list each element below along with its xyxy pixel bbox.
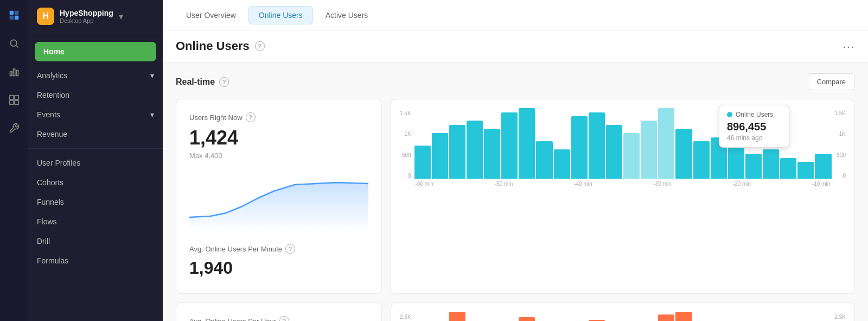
sidebar-item-cohorts[interactable]: Cohorts <box>28 173 163 192</box>
bar-segment <box>693 141 710 179</box>
sidebar-item-label: Events <box>37 110 60 119</box>
chart-tooltip: Online Users 896,455 46 mins ago <box>719 105 789 148</box>
x-label-40: -40 min <box>574 181 592 187</box>
bar-segment <box>728 146 744 179</box>
sidebar: H HypeShopping Desktop App ▾ Home Analyt… <box>28 0 163 321</box>
svg-rect-6 <box>10 72 12 76</box>
chevron-down-icon: ▾ <box>119 11 123 22</box>
sidebar-item-user-profiles[interactable]: User Profiles <box>28 153 163 173</box>
chart-card-top: Online Users 896,455 46 mins ago 1.5K 1K… <box>391 99 855 294</box>
tooltip-value: 896,455 <box>727 121 781 133</box>
wrench-icon[interactable] <box>5 119 23 137</box>
bar-segment-bottom <box>675 312 692 321</box>
bar-segment <box>763 149 779 179</box>
bar-segment <box>501 112 518 179</box>
x-label-60: -60 min <box>416 181 433 187</box>
sidebar-item-analytics[interactable]: Analytics ▾ <box>28 66 163 85</box>
app-icon: H <box>37 8 54 25</box>
chart-card-bottom: 2.5K 2K 1.5K 1K 2.5K 2K 1.5K 1K <box>391 303 855 321</box>
sidebar-item-label: Analytics <box>37 71 67 80</box>
avg-per-minute-help-icon[interactable]: ? <box>285 244 295 254</box>
more-options-button[interactable]: ··· <box>843 40 855 53</box>
users-right-now-max: Max 4,400 <box>189 152 368 160</box>
sidebar-item-label: Revenue <box>37 130 67 139</box>
bar-segment <box>484 129 500 179</box>
bar-segment <box>606 125 622 179</box>
svg-line-5 <box>16 46 18 48</box>
bar-segment-bottom <box>519 317 535 321</box>
sidebar-item-drill[interactable]: Drill <box>28 231 163 251</box>
compare-button[interactable]: Compare <box>808 73 855 90</box>
sidebar-item-funnels[interactable]: Funnels <box>28 192 163 212</box>
avg-per-hour-help-icon[interactable]: ? <box>279 316 289 321</box>
svg-rect-12 <box>15 100 19 105</box>
realtime-help-icon[interactable]: ? <box>219 77 229 87</box>
avg-per-minute-label: Avg. Online Users Per Minute ? <box>189 244 368 254</box>
bottom-cards-row: Avg. Online Users Per Hour ? 1,355 2.5K … <box>176 303 855 321</box>
sidebar-item-retention[interactable]: Retention <box>28 85 163 105</box>
sidebar-item-events[interactable]: Events ▾ <box>28 105 163 124</box>
svg-rect-7 <box>13 69 15 76</box>
chart-icon[interactable] <box>5 63 23 80</box>
sidebar-item-home[interactable]: Home <box>35 42 156 61</box>
help-icon[interactable]: ? <box>255 41 265 51</box>
section-title-row: Real-time ? <box>176 77 229 87</box>
icon-bar <box>0 0 28 321</box>
sidebar-item-flows[interactable]: Flows <box>28 212 163 231</box>
y-label-500: 500 <box>400 152 411 158</box>
bar-segment <box>675 129 692 179</box>
tab-online-users[interactable]: Online Users <box>248 6 313 24</box>
y-label-r-1-5k: 1.5K <box>834 110 846 116</box>
line-chart-area <box>189 168 368 228</box>
y-label-br-2-5k: 2.5K <box>834 314 846 320</box>
sidebar-item-revenue[interactable]: Revenue <box>28 124 163 144</box>
bar-segment-bottom <box>658 314 674 321</box>
app-type: Desktop App <box>60 17 113 24</box>
bar-segment <box>815 154 831 179</box>
tooltip-series: Online Users <box>727 111 781 118</box>
x-label-10: -10 min <box>812 181 830 187</box>
y-label-1-5k: 1.5K <box>400 110 411 116</box>
y-label-r-500: 500 <box>834 152 846 158</box>
sidebar-item-label: Drill <box>37 237 50 246</box>
users-right-now-label: Users Right Now ? <box>189 112 368 122</box>
sidebar-item-label: Retention <box>37 91 69 99</box>
tooltip-dot <box>727 112 732 117</box>
tab-user-overview[interactable]: User Overview <box>176 6 246 24</box>
bar-segment <box>449 125 465 179</box>
sidebar-item-label: Cohorts <box>37 178 63 187</box>
bar-segment <box>745 154 762 179</box>
app-info: HypeShopping Desktop App <box>60 9 113 24</box>
dashboard-icon[interactable] <box>5 91 23 109</box>
bar-segment <box>589 112 605 179</box>
bar-segment <box>536 141 552 179</box>
page-title: Online Users <box>176 39 250 53</box>
tab-active-users[interactable]: Active Users <box>315 6 379 24</box>
sidebar-item-formulas[interactable]: Formulas <box>28 251 163 270</box>
sidebar-header[interactable]: H HypeShopping Desktop App ▾ <box>28 0 163 33</box>
section-title: Real-time <box>176 77 215 87</box>
svg-rect-8 <box>16 71 18 76</box>
x-label-50: -50 min <box>495 181 513 187</box>
bar-segment <box>554 149 570 179</box>
svg-point-4 <box>10 40 17 46</box>
chevron-down-icon: ▾ <box>150 110 154 119</box>
bar-segment <box>467 121 483 179</box>
svg-rect-11 <box>10 100 14 105</box>
sidebar-nav: Home Analytics ▾ Retention Events ▾ Reve… <box>28 33 163 275</box>
avg-per-minute-value: 1,940 <box>189 258 368 278</box>
bar-segment <box>432 133 448 179</box>
svg-rect-0 <box>10 11 14 15</box>
sidebar-item-label: Formulas <box>37 256 68 265</box>
sidebar-item-label: User Profiles <box>37 159 80 167</box>
tooltip-time: 46 mins ago <box>727 134 781 142</box>
x-label-30: -30 min <box>653 181 671 187</box>
page-header: Online Users ? ··· <box>163 30 868 62</box>
bar-segment <box>414 146 431 179</box>
y-label-r-1k: 1K <box>834 131 846 137</box>
search-icon[interactable] <box>5 35 23 52</box>
users-right-now-help-icon[interactable]: ? <box>246 112 256 122</box>
users-right-now-value: 1,424 <box>189 127 368 149</box>
avg-per-hour-label: Avg. Online Users Per Hour ? <box>189 316 368 321</box>
y-label-b-2-5k: 2.5K <box>400 314 411 320</box>
